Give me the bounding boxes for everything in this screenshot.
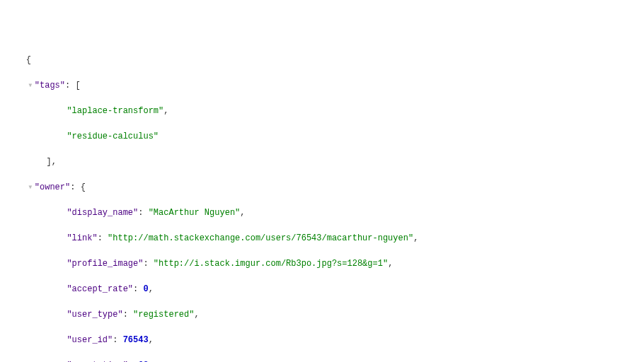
json-line: "user_type": "registered", [6,308,638,321]
json-key: "display_name" [67,208,138,218]
json-string: "laplace-transform" [67,106,163,116]
json-line: "laplace-transform", [6,105,638,117]
json-line: "display_name": "MacArthur Nguyen", [6,206,638,219]
bracket-close: ], [47,157,57,167]
collapse-toggle-icon[interactable]: ▾ [26,79,35,92]
json-line: "residue-calculus" [6,130,638,143]
json-key: "owner" [35,182,70,192]
json-line: "profile_image": "http://i.stack.imgur.c… [6,257,638,270]
json-number: 76543 [123,335,149,345]
json-string: "MacArthur Nguyen" [149,208,241,218]
json-line: { [6,54,638,66]
json-line: "link": "http://math.stackexchange.com/u… [6,232,638,245]
json-line: ▾"owner": { [6,181,638,194]
json-string: "http://i.stack.imgur.com/Rb3po.jpg?s=12… [154,259,388,269]
json-number: 0 [143,284,148,294]
json-line: "user_id": 76543, [6,334,638,346]
json-string: "registered" [133,310,194,320]
brace-open: { [26,55,31,65]
json-string: "http://math.stackexchange.com/users/765… [108,233,413,243]
json-line: ], [6,156,638,168]
json-string: "residue-calculus" [67,132,159,141]
json-key: "link" [67,233,97,243]
bracket-open: [ [75,81,80,90]
json-key: "profile_image" [67,259,143,269]
json-key: "accept_rate" [67,284,133,294]
json-key: "user_type" [67,310,122,320]
json-line: "accept_rate": 0, [6,283,638,296]
json-key: "user_id" [67,335,113,345]
collapse-toggle-icon[interactable]: ▾ [26,181,35,194]
json-line: ▾"tags": [ [6,79,638,92]
json-key: "tags" [35,81,65,90]
json-line: "reputation": 68 [6,359,638,362]
brace-open: { [81,182,86,192]
